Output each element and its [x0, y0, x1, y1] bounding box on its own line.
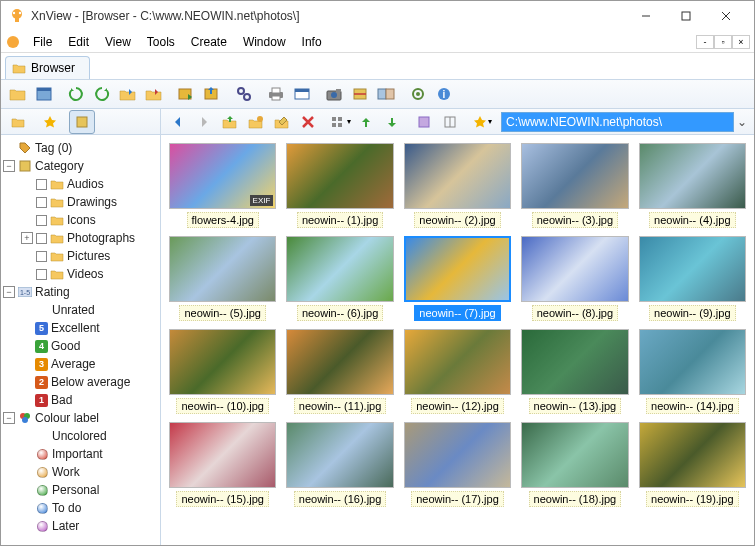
- tree-rating-item[interactable]: 2Below average: [3, 373, 158, 391]
- tree-tag[interactable]: Tag (0): [3, 139, 158, 157]
- thumbnail-item[interactable]: neowin-- (2).jpg: [404, 143, 511, 228]
- thumbnail-item[interactable]: neowin-- (4).jpg: [639, 143, 746, 228]
- thumbnail-image[interactable]: [521, 143, 628, 209]
- thumbnail-item[interactable]: neowin-- (9).jpg: [639, 236, 746, 321]
- thumbnail-item[interactable]: neowin-- (14).jpg: [639, 329, 746, 414]
- slideshow-button[interactable]: [289, 82, 315, 106]
- tree-colour-label[interactable]: −Colour label: [3, 409, 158, 427]
- tree-rating-item[interactable]: 4Good: [3, 337, 158, 355]
- convert-button[interactable]: [173, 82, 199, 106]
- thumbnail-filename[interactable]: neowin-- (5).jpg: [179, 305, 265, 321]
- tree-category-item[interactable]: Icons: [3, 211, 158, 229]
- checkbox[interactable]: [36, 251, 47, 262]
- rename-button[interactable]: [269, 110, 295, 134]
- thumbnail-item[interactable]: neowin-- (15).jpg: [169, 422, 276, 507]
- thumbnail-image[interactable]: [521, 329, 628, 395]
- mdi-close-button[interactable]: ×: [732, 35, 750, 49]
- close-button[interactable]: [706, 2, 746, 30]
- menu-edit[interactable]: Edit: [60, 33, 97, 51]
- thumbnail-filename[interactable]: neowin-- (14).jpg: [646, 398, 739, 414]
- thumbnail-filename[interactable]: neowin-- (1).jpg: [297, 212, 383, 228]
- forward-button[interactable]: [191, 110, 217, 134]
- thumbnail-item[interactable]: neowin-- (3).jpg: [521, 143, 628, 228]
- mdi-minimize-button[interactable]: -: [696, 35, 714, 49]
- thumbnail-image[interactable]: [286, 143, 393, 209]
- thumbnail-filename[interactable]: neowin-- (2).jpg: [414, 212, 500, 228]
- thumbnail-filename[interactable]: neowin-- (9).jpg: [649, 305, 735, 321]
- tree-rating-item[interactable]: 1Bad: [3, 391, 158, 409]
- menu-info[interactable]: Info: [294, 33, 330, 51]
- fullscreen-button[interactable]: [31, 82, 57, 106]
- thumbnail-image[interactable]: [286, 422, 393, 488]
- capture-button[interactable]: [321, 82, 347, 106]
- thumbnail-image[interactable]: [639, 329, 746, 395]
- thumbnail-filename[interactable]: neowin-- (12).jpg: [411, 398, 504, 414]
- folder-tree-button[interactable]: [5, 110, 31, 134]
- thumbnail-image[interactable]: [404, 143, 511, 209]
- thumbnail-image[interactable]: [639, 236, 746, 302]
- checkbox[interactable]: [36, 269, 47, 280]
- tree-category[interactable]: −Category: [3, 157, 158, 175]
- tree-colour-item[interactable]: Personal: [3, 481, 158, 499]
- checkbox[interactable]: [36, 215, 47, 226]
- tree-colour-item[interactable]: Uncolored: [3, 427, 158, 445]
- menu-create[interactable]: Create: [183, 33, 235, 51]
- thumbnail-item[interactable]: EXIFflowers-4.jpg: [169, 143, 276, 228]
- thumbnail-image[interactable]: [639, 143, 746, 209]
- collapse-icon[interactable]: −: [3, 412, 15, 424]
- tree-category-item[interactable]: Pictures: [3, 247, 158, 265]
- print-button[interactable]: [263, 82, 289, 106]
- thumbnail-filename[interactable]: neowin-- (8).jpg: [532, 305, 618, 321]
- new-folder-button[interactable]: [243, 110, 269, 134]
- thumbnail-item[interactable]: neowin-- (16).jpg: [286, 422, 393, 507]
- thumbnail-filename[interactable]: neowin-- (7).jpg: [414, 305, 500, 321]
- delete-button[interactable]: [295, 110, 321, 134]
- thumbnail-item[interactable]: neowin-- (11).jpg: [286, 329, 393, 414]
- tree-colour-item[interactable]: Later: [3, 517, 158, 535]
- refresh-button[interactable]: [63, 82, 89, 106]
- up-button[interactable]: [217, 110, 243, 134]
- thumbnail-item[interactable]: neowin-- (8).jpg: [521, 236, 628, 321]
- thumbnail-filename[interactable]: neowin-- (10).jpg: [176, 398, 269, 414]
- thumbnail-image[interactable]: [639, 422, 746, 488]
- thumbnail-item[interactable]: neowin-- (6).jpg: [286, 236, 393, 321]
- collapse-icon[interactable]: −: [3, 160, 15, 172]
- maximize-button[interactable]: [666, 2, 706, 30]
- filter-button[interactable]: [411, 110, 437, 134]
- back-button[interactable]: [165, 110, 191, 134]
- minimize-button[interactable]: [626, 2, 666, 30]
- checkbox[interactable]: [36, 179, 47, 190]
- tree-colour-item[interactable]: To do: [3, 499, 158, 517]
- thumbnail-item[interactable]: neowin-- (12).jpg: [404, 329, 511, 414]
- thumbnail-image[interactable]: [521, 422, 628, 488]
- mdi-restore-button[interactable]: ▫: [714, 35, 732, 49]
- thumbnail-image[interactable]: [521, 236, 628, 302]
- thumbnail-item[interactable]: neowin-- (5).jpg: [169, 236, 276, 321]
- tree-category-item[interactable]: Audios: [3, 175, 158, 193]
- view-mode-button[interactable]: ▾: [327, 110, 353, 134]
- expand-icon[interactable]: +: [21, 232, 33, 244]
- tree-category-item[interactable]: Videos: [3, 265, 158, 283]
- tree-colour-item[interactable]: Important: [3, 445, 158, 463]
- compare-button[interactable]: [373, 82, 399, 106]
- collapse-icon[interactable]: −: [3, 286, 15, 298]
- export-button[interactable]: [199, 82, 225, 106]
- tree-rating-item[interactable]: Unrated: [3, 301, 158, 319]
- thumbnail-image[interactable]: [404, 236, 511, 302]
- copy-to-button[interactable]: [115, 82, 141, 106]
- thumbnail-filename[interactable]: neowin-- (18).jpg: [529, 491, 622, 507]
- thumbnail-item[interactable]: neowin-- (17).jpg: [404, 422, 511, 507]
- thumbnail-image[interactable]: [169, 329, 276, 395]
- menu-tools[interactable]: Tools: [139, 33, 183, 51]
- tree-rating-item[interactable]: 3Average: [3, 355, 158, 373]
- favorite-button[interactable]: [37, 110, 63, 134]
- scan-button[interactable]: [347, 82, 373, 106]
- thumbnail-image[interactable]: EXIF: [169, 143, 276, 209]
- thumbnail-image[interactable]: [404, 329, 511, 395]
- tree-rating[interactable]: −1-5Rating: [3, 283, 158, 301]
- sort-desc-button[interactable]: [379, 110, 405, 134]
- thumbnail-image[interactable]: [286, 329, 393, 395]
- checkbox[interactable]: [36, 233, 47, 244]
- menu-view[interactable]: View: [97, 33, 139, 51]
- tree-category-item[interactable]: +Photographs: [3, 229, 158, 247]
